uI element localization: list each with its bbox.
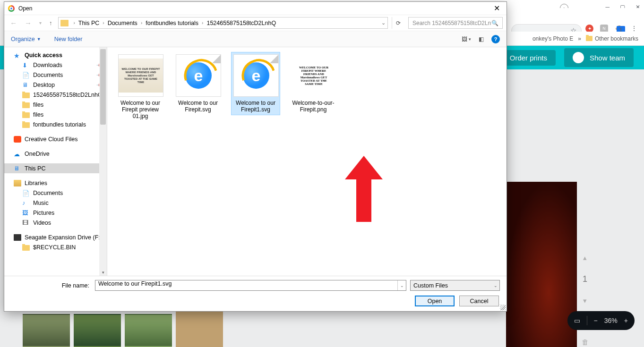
resize-grip[interactable] [500, 305, 506, 310]
sidebar-recycle[interactable]: $RECYCLE.BIN [4, 242, 107, 252]
file-name-input[interactable]: Welcome to our Firepit1.svg ⌄ [95, 280, 406, 291]
download-icon: ⬇ [22, 62, 30, 68]
other-bookmarks[interactable]: Other bookmarks [586, 35, 638, 42]
cancel-button[interactable]: Cancel [459, 296, 499, 306]
sidebar-libraries[interactable]: Libraries [4, 178, 107, 188]
filter-label: Custom Files [413, 282, 448, 289]
breadcrumb-bar[interactable]: › This PC › Documents › fontbundles tuto… [58, 17, 388, 29]
breadcrumb-item[interactable]: Documents [108, 20, 137, 26]
image-thumbnail: WELCOME TO OUR FIREPIT WHERE FRIENDS AND… [295, 56, 333, 95]
up-button[interactable]: ↑ [47, 17, 54, 28]
file-item-selected[interactable]: Welcome to our Firepit1.svg [231, 52, 280, 115]
sidebar-scrollbar[interactable]: ▾ [99, 47, 107, 276]
help-button[interactable]: ? [491, 35, 500, 43]
sidebar-drive[interactable]: Seagate Expansion Drive (F:) [4, 232, 107, 242]
label: Pictures [33, 210, 54, 216]
forward-button[interactable]: → [23, 17, 34, 29]
sidebar-item-desktop[interactable]: 🖥Desktop📌 [4, 80, 107, 90]
label: Videos [33, 220, 51, 226]
file-type-filter[interactable]: Custom Files ⌄ [410, 280, 500, 291]
zoom-in-button[interactable]: + [624, 317, 628, 324]
show-team-label: Show team [590, 54, 625, 62]
scrollbar-thumb[interactable] [100, 49, 106, 125]
libraries-icon [14, 180, 21, 186]
pictures-icon: 🖼 [22, 210, 30, 216]
sidebar-onedrive[interactable]: ☁OneDrive [4, 149, 107, 159]
sidebar-lib-pictures[interactable]: 🖼Pictures [4, 208, 107, 218]
file-item[interactable]: Welcome to our Firepit.svg [173, 52, 223, 115]
upload-thumb[interactable] [74, 314, 121, 347]
folder-icon [60, 20, 69, 26]
view-mode-button[interactable]: 🖼 ▾ [462, 36, 471, 42]
organize-menu[interactable]: Organize ▼ [11, 36, 41, 42]
document-icon: 📄 [22, 190, 30, 196]
show-team-button[interactable]: Show team [564, 48, 634, 67]
file-item[interactable]: WELCOME TO OUR FIREPIT WHERE FRIENDS AND… [289, 52, 338, 115]
zoom-value: 36% [604, 317, 618, 324]
sidebar-lib-documents[interactable]: 📄Documents [4, 188, 107, 198]
sidebar-item-documents[interactable]: 📄Documents📌 [4, 70, 107, 80]
label: Libraries [25, 180, 47, 186]
new-folder-button[interactable]: New folder [54, 36, 83, 42]
extension-av-icon[interactable]: ✦ [585, 25, 593, 33]
dialog-toolbar: Organize ▼ New folder 🖼 ▾ ◧ ? [4, 31, 507, 47]
scroll-down-icon[interactable]: ▾ [99, 270, 107, 275]
canvas-page-image[interactable] [506, 182, 577, 347]
upload-thumb[interactable] [176, 309, 223, 347]
breadcrumb-item[interactable]: 1524655875158tcD2LnhQ [206, 20, 276, 26]
file-name-value: Welcome to our Firepit1.svg [98, 280, 172, 287]
dialog-titlebar: Open ✕ [4, 2, 507, 15]
close-dialog-button[interactable]: ✕ [491, 3, 503, 14]
folder-icon [22, 112, 30, 118]
sidebar-lib-videos[interactable]: 🎞Videos [4, 218, 107, 228]
folder-icon [586, 36, 592, 41]
file-item[interactable]: WELCOME TO OUR FIREPIT WHERE FRIENDS AND… [116, 52, 165, 122]
chevron-down-icon[interactable]: ⌄ [397, 280, 406, 290]
label: $RECYCLE.BIN [33, 244, 76, 251]
sidebar-item-folder[interactable]: files [4, 100, 107, 110]
chrome-icon [8, 5, 15, 12]
chevron-right-icon[interactable]: › [138, 20, 145, 25]
ie-icon [185, 62, 212, 89]
order-prints-button[interactable]: Order prints [501, 50, 556, 66]
open-button[interactable]: Open [415, 296, 455, 306]
label: Creative Cloud Files [25, 136, 78, 143]
zoom-out-button[interactable]: − [594, 317, 598, 324]
upload-thumb[interactable] [23, 314, 70, 347]
sidebar-quick-access[interactable]: ★Quick access [4, 50, 107, 60]
breadcrumb-item[interactable]: This PC [78, 20, 99, 26]
recent-locations-button[interactable]: ▾ [37, 18, 43, 27]
folder-icon [22, 245, 30, 251]
sidebar-lib-music[interactable]: ♪Music [4, 198, 107, 208]
page-down-icon[interactable]: ▾ [583, 296, 587, 305]
breadcrumb-dropdown-icon[interactable]: ⌄ [381, 20, 386, 26]
breadcrumb-item[interactable]: fontbundles tutorials [146, 20, 198, 26]
sidebar-item-folder[interactable]: fontbundles tutorials [4, 119, 107, 129]
sidebar-this-pc[interactable]: 🖥This PC [4, 163, 107, 173]
chevron-right-icon[interactable]: › [71, 20, 77, 25]
sidebar-item-folder[interactable]: files [4, 110, 107, 119]
label: Documents [33, 190, 63, 196]
refresh-button[interactable]: ⟳ [392, 17, 404, 29]
upload-thumb[interactable] [125, 314, 172, 347]
label: 1524655875158tcD2LnhQ [33, 92, 103, 98]
page-number: 1 [583, 274, 587, 284]
annotation-arrow-icon [345, 156, 383, 222]
extension-n-icon[interactable]: N [600, 25, 608, 33]
chevron-right-icon[interactable]: › [100, 20, 106, 25]
file-name: Welcome to our Firepit preview 01.jpg [118, 100, 163, 119]
bookmark-truncated[interactable]: onkey's Photo E [532, 35, 573, 42]
delete-page-icon[interactable]: 🗑 [582, 338, 589, 346]
page-up-icon[interactable]: ▴ [583, 254, 587, 262]
chevron-right-icon[interactable]: › [199, 20, 206, 25]
search-input[interactable]: Search 1524655875158tcD2Ln 🔍 [408, 17, 503, 29]
bookmark-overflow[interactable]: » [578, 35, 581, 42]
preview-pane-button[interactable]: ◧ [479, 36, 484, 42]
sidebar-item-folder[interactable]: 1524655875158tcD2LnhQ [4, 90, 107, 100]
present-icon[interactable]: ▭ [574, 317, 580, 324]
back-button[interactable]: ← [8, 17, 19, 29]
sidebar-creative-cloud[interactable]: Creative Cloud Files [4, 134, 107, 144]
sidebar-item-downloads[interactable]: ⬇Downloads📌 [4, 60, 107, 70]
label: Seagate Expansion Drive (F:) [25, 234, 102, 241]
file-name: Welcome to our Firepit.svg [176, 100, 220, 113]
